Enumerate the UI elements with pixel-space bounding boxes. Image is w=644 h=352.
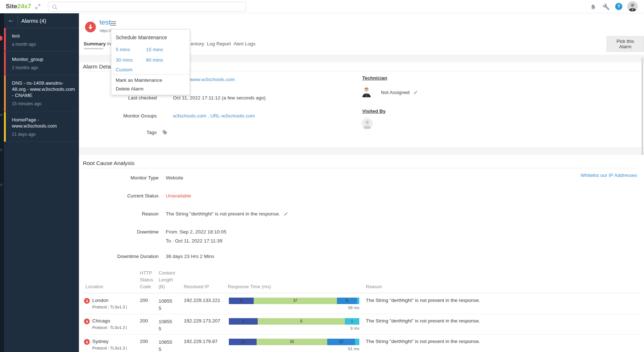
monitor-groups-links[interactable]: w3schools.com , URL-w3schools.com — [173, 113, 255, 119]
alarm-item-title: DNS - ns-1409.awsdns-48.org - www.w3scho… — [12, 80, 76, 98]
location-down-status-icon — [84, 298, 90, 304]
visited-by-heading: Visited By — [362, 108, 386, 114]
response-time-total: 61 ms — [229, 347, 359, 351]
help-icon[interactable]: ? — [615, 3, 622, 10]
response-time-total: 58 ms — [229, 306, 359, 310]
content-length-cell: 108555 — [159, 298, 174, 312]
location-name: London — [92, 298, 108, 303]
downtime-label: Downtime — [83, 229, 159, 235]
maintenance-custom[interactable]: Custom — [116, 67, 133, 72]
response-time-segment — [355, 339, 359, 345]
top-bar: Site24x7 ? — [0, 0, 644, 13]
alarm-list-item[interactable]: Monitor_group 2 months ago — [4, 52, 79, 75]
http-status-cell: 200 — [140, 298, 148, 303]
schedule-maintenance-heading: Schedule Maintenance — [116, 35, 167, 40]
severity-dot-clipped — [0, 36, 3, 41]
response-time-bar: 133313 — [229, 339, 359, 345]
response-time-segment: 1 — [345, 318, 359, 325]
notifications-bell-icon[interactable] — [590, 3, 597, 10]
site24x7-logo[interactable]: Site24x7 — [6, 3, 31, 10]
downtime-from: From :Sep 2, 2022 18:10:05 — [166, 229, 226, 235]
response-time-segment: 13 — [327, 339, 355, 345]
response-time-segment: 6 — [258, 318, 345, 325]
location-protocol: Protocol : TLSv1.3 | — [92, 325, 127, 330]
response-time-bar: 261 — [229, 318, 359, 325]
divider — [83, 168, 637, 168]
response-time-bar: 11379 — [229, 298, 359, 304]
monitor-groups-label: Monitor Groups — [81, 113, 157, 119]
tab-inventory-fragment[interactable]: entory — [191, 41, 204, 46]
expand-icon[interactable] — [35, 4, 40, 9]
monitor-actions-menu-icon[interactable] — [110, 21, 116, 26]
pick-this-alarm-button[interactable]: Pick this Alarm — [607, 36, 644, 52]
edit-reason-pencil-icon[interactable] — [284, 211, 288, 216]
root-cause-title: Root Cause Analysis — [83, 160, 134, 166]
alarm-item-title: Monitor_group — [12, 56, 76, 62]
logo-text-dark: Site — [6, 3, 17, 10]
maintenance-5-mins[interactable]: 5 mins — [116, 47, 130, 52]
col-header-http-status: HTTP Status Code — [140, 269, 157, 290]
last-checked-label: Last checked — [81, 95, 157, 101]
technician-assignment: Not Assigned — [381, 90, 418, 95]
section-separator — [79, 147, 644, 155]
reason-value: The String "derthhght" is not present in… — [166, 211, 280, 217]
tab-alert-logs[interactable]: Alert Logs — [234, 41, 256, 46]
reason-label: Reason — [83, 211, 159, 217]
content-length-cell: 108555 — [159, 318, 174, 333]
website-url-link[interactable]: www.w3schools.com — [190, 77, 235, 82]
response-time-segment: 13 — [229, 339, 257, 345]
alarms-count-title: Alarms (4) — [21, 18, 46, 24]
maintenance-15-mins[interactable]: 15 mins — [146, 47, 163, 52]
table-header-divider — [83, 293, 639, 293]
whitelist-ip-link[interactable]: Whitelist our IP Addresses — [581, 173, 637, 178]
reason-cell: The String "derthhght" is not present in… — [366, 339, 480, 344]
search-icon — [52, 4, 57, 10]
alarm-item-time: 2 months ago — [12, 65, 76, 70]
alarm-list: test a month ago Monitor_group 2 months … — [4, 28, 79, 142]
downtime-to: To : Oct 11, 2022 17:11:39 — [166, 238, 222, 244]
response-time-segment — [357, 298, 359, 304]
col-header-location: Location — [85, 283, 103, 290]
resolved-ip-cell: 192.229.133.221 — [184, 298, 220, 303]
location-name: Chicago — [92, 318, 110, 324]
alarm-list-item[interactable]: DNS - ns-1409.awsdns-48.org - www.w3scho… — [4, 75, 79, 112]
alarm-item-title: test — [12, 33, 76, 39]
alarm-item-time: 21 days ago — [12, 132, 76, 137]
maintenance-60-mins[interactable]: 60 mins — [146, 57, 163, 63]
col-header-resolved-ip: Resolved IP — [184, 283, 209, 290]
tab-summary[interactable]: Summary — [84, 41, 106, 46]
sidebar-rail: e x s — [0, 13, 4, 352]
reason-cell: The String "derthhght" is not present in… — [366, 318, 480, 324]
admin-wrench-icon[interactable] — [603, 3, 610, 10]
alarm-item-title: HomePage - www.w3schools.com — [12, 117, 76, 129]
alarm-list-item[interactable]: test a month ago — [4, 28, 79, 52]
response-time-segment: 11 — [229, 298, 254, 304]
delete-alarm-item[interactable]: Delete Alarm — [116, 86, 143, 92]
severity-bar — [4, 28, 6, 51]
response-time-total: 9 ms — [229, 326, 359, 330]
search-input[interactable] — [59, 3, 241, 11]
http-status-cell: 200 — [140, 339, 148, 344]
downtime-duration-value: 38 days 23 Hrs 2 Mins — [166, 254, 214, 259]
severity-bar — [4, 112, 6, 142]
rail-glyph: x — [0, 148, 2, 152]
alarms-sidebar: e x s ← Alarms (4) test a month ago Moni… — [0, 13, 79, 352]
location-protocol: Protocol : TLSv1.3 | — [92, 305, 127, 309]
monitor-type-label: Monitor Type — [83, 175, 159, 181]
location-protocol: Protocol : TLSv1.3 | — [92, 346, 127, 350]
edit-technician-pencil-icon[interactable] — [413, 90, 418, 95]
alarm-list-item[interactable]: HomePage - www.w3schools.com 21 days ago — [4, 112, 79, 142]
col-header-content-length: Content Length (B) — [159, 269, 179, 290]
severity-bar — [4, 75, 6, 112]
last-checked-value: Oct 11, 2022 17:11:12 (a few seconds ago… — [173, 95, 266, 101]
content-length-cell: 108555 — [159, 339, 174, 352]
tag-icon[interactable] — [162, 130, 168, 135]
tab-log-report[interactable]: Log Report — [207, 41, 231, 46]
technician-value: Not Assigned — [381, 90, 410, 95]
maintenance-30-mins[interactable]: 30 mins — [116, 57, 133, 63]
back-arrow-icon[interactable]: ← — [8, 17, 14, 24]
mark-as-maintenance-item[interactable]: Mark as Maintenance — [116, 77, 162, 83]
vertical-scrollbar[interactable] — [641, 58, 643, 155]
monitor-name[interactable]: test — [99, 18, 111, 26]
user-avatar[interactable] — [627, 1, 638, 12]
